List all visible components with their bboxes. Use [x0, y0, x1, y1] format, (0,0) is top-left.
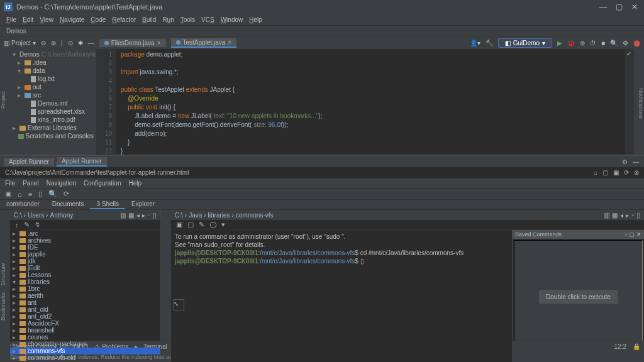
ct-shells[interactable]: 3 Shells [90, 200, 125, 209]
fm-i2[interactable]: ▦ [128, 212, 134, 219]
run-config-selector[interactable]: ◧ GuiDemo ▾ [498, 38, 552, 48]
project-gutter[interactable]: Project [0, 49, 10, 155]
bookmarks-gutter[interactable]: Bookmarks Structure [0, 210, 10, 362]
t-i1[interactable]: ▥ [604, 212, 609, 219]
editor-tab-filesdemo[interactable]: FilesDemo.java× [99, 39, 166, 47]
t-bc-3[interactable]: commons-vfs [236, 212, 273, 219]
sc-min-icon[interactable]: ▫ [625, 231, 627, 238]
tw-hide-icon[interactable]: — [633, 158, 639, 165]
project-view-dd[interactable]: ▥ Project ▾ [4, 40, 36, 47]
ct-documents[interactable]: Documents [46, 200, 91, 209]
reload-icon[interactable]: ⟳ [624, 169, 629, 176]
fm-item[interactable]: ▸ant_old2 [10, 313, 160, 320]
debug-icon[interactable]: 🐞 [567, 40, 575, 47]
at-icon1[interactable]: ▣ [5, 190, 11, 198]
t-bc-1[interactable]: Java [189, 212, 202, 219]
tree-item[interactable]: ▸.idea [10, 58, 96, 67]
fm-item[interactable]: ▾libraries [10, 278, 160, 285]
fm-i5[interactable]: ▫ [148, 212, 150, 219]
menu-help[interactable]: Help [249, 16, 262, 23]
at-refresh-icon[interactable]: ⟳ [64, 190, 69, 198]
fm-tree[interactable]: ▸.arc▸archives▸IDE▸japplis▸jdk▸jEdit▸Les… [10, 230, 160, 362]
tt-i4[interactable]: 🖵 [209, 221, 216, 229]
build-icon[interactable]: 🔨 [486, 40, 493, 47]
fm-next-icon[interactable]: ▸ [142, 212, 145, 219]
amenu-panel[interactable]: Panel [23, 180, 39, 187]
ct-explorer[interactable]: Explorer [125, 200, 161, 209]
amenu-nav[interactable]: Navigation [47, 180, 76, 187]
tree-item[interactable]: ▸External Libraries [10, 124, 96, 132]
fm-up-icon[interactable]: ↑ [15, 221, 19, 229]
fm-item[interactable]: ▸AsciidocFX [10, 320, 160, 327]
t-bc-0[interactable]: C:\ [175, 212, 183, 219]
copy-icon[interactable]: ▢ [602, 169, 608, 176]
fm-bc-1[interactable]: Users [28, 212, 44, 219]
run-icon[interactable]: ▶ [557, 40, 562, 47]
tree-item[interactable]: ▾data [10, 67, 96, 75]
menu-tools[interactable]: Tools [180, 16, 195, 23]
fm-item[interactable]: ▸ant_old [10, 306, 160, 313]
fm-item[interactable]: ▸.arc [10, 230, 160, 237]
stop-icon[interactable]: ■ [601, 40, 605, 47]
resize-handle-icon[interactable]: ⤡ [173, 299, 184, 310]
menu-file[interactable]: File [6, 16, 16, 23]
sb-lock-icon[interactable]: 🔒 [633, 343, 640, 350]
tt-i3[interactable]: ✎ [199, 221, 204, 229]
amenu-config[interactable]: Configuration [84, 180, 121, 187]
select-icon[interactable]: ⊙ [68, 40, 73, 47]
code-content[interactable]: package demo.applet; import javax.swing.… [116, 49, 625, 155]
fm-item[interactable]: ▸ant [10, 299, 160, 306]
t-i2[interactable]: ▦ [612, 212, 618, 219]
fm-prev-icon[interactable]: ◂ [136, 212, 140, 219]
fm-item[interactable]: ▸commons-vfs [10, 348, 160, 354]
menu-window[interactable]: Window [221, 16, 243, 23]
paste-icon[interactable]: ▣ [613, 169, 619, 176]
at-search-icon[interactable]: 🔍 [48, 190, 57, 198]
expand-icon[interactable]: ⊕ [51, 40, 56, 47]
fm-item[interactable]: ▸Lessons [10, 272, 160, 278]
tree-item[interactable]: ▸out [10, 83, 96, 91]
ct-commander[interactable]: commander [0, 200, 46, 209]
t-bc-2[interactable]: libraries [208, 212, 230, 219]
search-icon[interactable]: 🔍 [610, 40, 618, 47]
menu-run[interactable]: Run [162, 16, 174, 23]
tw-gear-icon[interactable]: ⚙ [622, 158, 628, 165]
fm-i1[interactable]: ▥ [120, 212, 126, 219]
t-i6[interactable]: ▯ [636, 212, 640, 219]
notifications-gutter[interactable]: Notifications [634, 49, 644, 155]
menu-refactor[interactable]: Refactor [112, 16, 136, 23]
menu-view[interactable]: View [40, 16, 53, 23]
fm-item[interactable]: ▸1brc [10, 285, 160, 292]
applet-tab-2[interactable]: Applet Runner [57, 157, 107, 167]
tree-item[interactable]: Scratches and Consoles [10, 132, 96, 140]
maximize-icon[interactable]: ▢ [616, 3, 623, 11]
fm-item[interactable]: ▸ceunes [10, 334, 160, 341]
fm-item[interactable]: ▸jdk [10, 258, 160, 265]
menu-code[interactable]: Code [91, 16, 106, 23]
tree-item[interactable]: xins_intro.pdf [10, 116, 96, 124]
notif-icon[interactable]: ⬤ [633, 40, 640, 47]
editor-tab-testapplet[interactable]: TestApplet.java× [171, 38, 237, 48]
fm-bc-0[interactable]: C:\ [14, 212, 22, 219]
tt-i1[interactable]: ▣ [176, 221, 182, 229]
user-icon[interactable]: 👤▾ [470, 40, 480, 47]
tree-item[interactable]: ▸src [10, 91, 96, 99]
ide-settings-icon[interactable]: ⚙ [623, 40, 628, 47]
applet-tab-1[interactable]: Applet Runner [4, 158, 54, 166]
menu-vcs[interactable]: VCS [201, 16, 214, 23]
at-icon4[interactable]: ▯ [38, 190, 42, 198]
at-home-icon[interactable]: ⌂ [18, 190, 22, 198]
applet-path[interactable]: C:\Java\projects\AntCommander\test\apple… [5, 169, 189, 176]
terminal-output[interactable]: ⤡ To run a command as administrator (use… [171, 230, 512, 362]
tree-item[interactable]: spreadsheet.xlsx [10, 107, 96, 116]
settings-icon[interactable]: ✱ [78, 40, 83, 47]
hide-icon[interactable]: — [88, 40, 94, 47]
fm-t3[interactable]: ↯ [35, 221, 40, 229]
menu-build[interactable]: Build [142, 16, 156, 23]
t-prev-icon[interactable]: ◂ [620, 212, 623, 219]
fm-item[interactable]: ▸aerith [10, 292, 160, 299]
amenu-file[interactable]: File [5, 180, 15, 187]
fm-item[interactable]: ▸commons-vfs-old [10, 354, 160, 361]
tree-item[interactable]: log.txt [10, 75, 96, 83]
sb-linecol[interactable]: 12:2 [614, 343, 626, 350]
